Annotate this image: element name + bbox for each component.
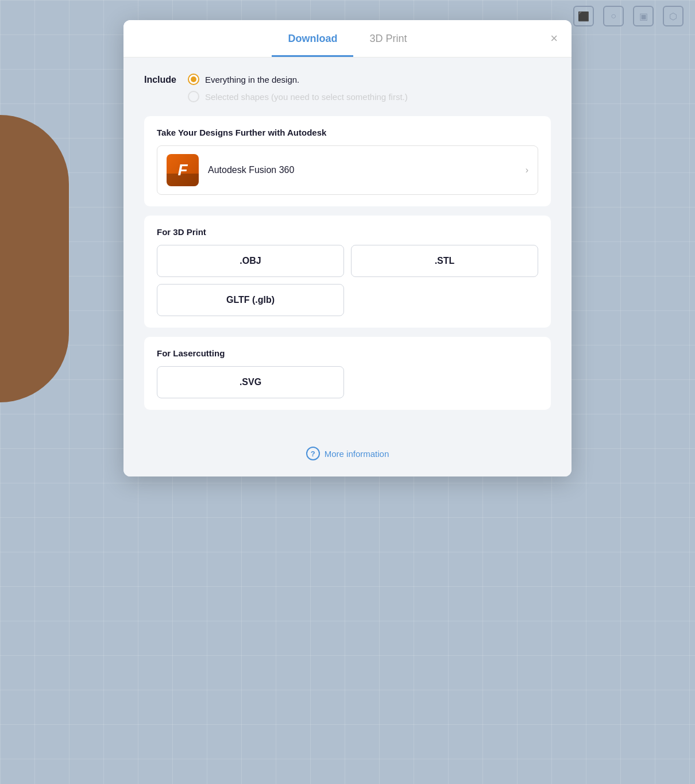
more-info-link[interactable]: ? More information [306, 447, 389, 460]
info-icon: ? [306, 447, 320, 460]
include-section: Include Everything in the design. Select… [144, 74, 551, 102]
camera-icon[interactable]: ⬛ [573, 6, 594, 26]
chevron-right-icon: › [526, 165, 528, 175]
tab-3dprint[interactable]: 3D Print [353, 20, 423, 57]
tab-download[interactable]: Download [272, 20, 353, 57]
search-icon[interactable]: ○ [603, 6, 624, 26]
layout-icon[interactable]: ▣ [633, 6, 654, 26]
radio-group: Everything in the design. Selected shape… [188, 74, 408, 102]
autodesk-card-title: Take Your Designs Further with Autodesk [157, 128, 538, 137]
format-gltf-button[interactable]: GLTF (.glb) [157, 284, 344, 316]
radio-circle-selected [188, 91, 199, 102]
modal-tabs: Download 3D Print [272, 20, 423, 57]
top-icon-bar: ⬛ ○ ▣ ⬡ [562, 0, 695, 32]
lasercutting-format-grid: .SVG [157, 366, 538, 398]
fusion-name: Autodesk Fusion 360 [208, 165, 516, 175]
lasercutting-card: For Lasercutting .SVG [144, 337, 551, 410]
radio-everything[interactable]: Everything in the design. [188, 74, 408, 85]
fusion-icon: F [167, 154, 199, 186]
share-icon[interactable]: ⬡ [663, 6, 684, 26]
include-label: Include [144, 74, 176, 85]
print3d-format-grid: .OBJ .STL GLTF (.glb) [157, 245, 538, 316]
fusion-icon-letter: F [177, 161, 187, 179]
background-shape [0, 115, 69, 402]
lasercutting-card-title: For Lasercutting [157, 348, 538, 358]
fusion-row[interactable]: F Autodesk Fusion 360 › [157, 145, 538, 195]
info-icon-symbol: ? [311, 449, 315, 458]
format-svg-button[interactable]: .SVG [157, 366, 344, 398]
radio-label-selected: Selected shapes (you need to select some… [205, 92, 408, 102]
format-stl-button[interactable]: .STL [351, 245, 538, 277]
radio-selected: Selected shapes (you need to select some… [188, 91, 408, 102]
modal-overlay: Download 3D Print × Include Everything i… [123, 20, 572, 476]
print3d-card-title: For 3D Print [157, 227, 538, 237]
more-info-label: More information [325, 449, 389, 459]
radio-circle-everything [188, 74, 199, 85]
print3d-card: For 3D Print .OBJ .STL GLTF (.glb) [144, 216, 551, 328]
autodesk-card: Take Your Designs Further with Autodesk … [144, 116, 551, 206]
modal-header: Download 3D Print × [123, 20, 572, 57]
download-modal: Download 3D Print × Include Everything i… [123, 20, 572, 476]
radio-label-everything: Everything in the design. [205, 75, 299, 84]
modal-body: Include Everything in the design. Select… [123, 57, 572, 437]
format-obj-button[interactable]: .OBJ [157, 245, 344, 277]
modal-footer: ? More information [123, 437, 572, 476]
close-button[interactable]: × [550, 32, 558, 45]
